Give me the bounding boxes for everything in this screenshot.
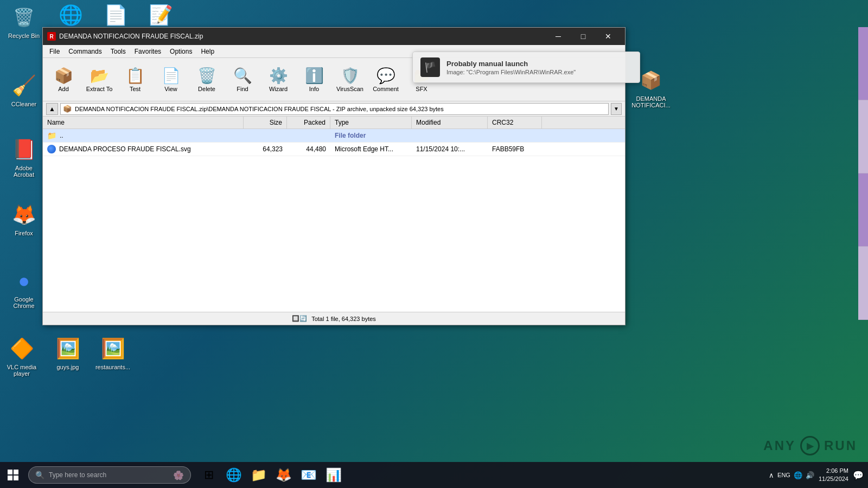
comment-label: Comment	[373, 86, 399, 92]
desktop-icon-ccleaner[interactable]: 🧹 CCleaner	[2, 70, 46, 110]
file-modified-cell	[412, 133, 488, 138]
desktop-icon-chrome[interactable]: ● Google Chrome	[2, 266, 46, 311]
status-bar: 🔲🔄 Total 1 file, 64,323 bytes	[43, 312, 625, 325]
notification-icon: 🏴	[420, 57, 440, 77]
col-name-header[interactable]: Name	[43, 117, 244, 129]
add-label: Add	[58, 86, 69, 92]
desktop-icon-recycle-bin[interactable]: 🗑️ Recycle Bin	[2, 2, 46, 41]
col-packed-header[interactable]: Packed	[287, 117, 330, 129]
menu-file[interactable]: File	[45, 47, 64, 56]
edge-icon: 🌐	[58, 2, 84, 28]
anyrun-play-icon: ▶	[800, 436, 820, 455]
guys-icon: 🖼️	[55, 336, 81, 362]
table-row[interactable]: DEMANDA PROCESO FRAUDE FISCAL.svg 64,323…	[43, 143, 625, 156]
file-crc32-cell	[488, 133, 542, 138]
taskbar-outlook[interactable]: 📧	[297, 464, 320, 486]
notification-center-icon[interactable]: 💬	[853, 470, 864, 480]
clock-time: 2:06 PM	[819, 467, 848, 475]
menu-options[interactable]: Options	[165, 47, 196, 56]
address-text: DEMANDA NOTIFICACION FRAUDE FISCAL.zip\D…	[75, 106, 444, 112]
file-list[interactable]: Name Size Packed Type Modified CRC32 📁 .…	[43, 117, 625, 312]
up-button[interactable]: ▲	[46, 103, 58, 115]
taskbar-search[interactable]: 🔍 Type here to search 🌸	[28, 466, 191, 484]
taskbar-app6[interactable]: 📊	[322, 464, 345, 486]
menu-commands[interactable]: Commands	[64, 47, 106, 56]
task-view-icon: ⊞	[204, 468, 214, 482]
demanda-icon: 📦	[638, 67, 664, 93]
address-dropdown[interactable]: ▼	[611, 103, 622, 115]
desktop: 🗑️ Recycle Bin 🌐 📄 📝 🧹 CCleaner 📕 Adobe …	[0, 0, 868, 488]
comment-icon: 💬	[376, 67, 395, 85]
extract-icon: 📂	[90, 67, 109, 85]
search-placeholder: Type here to search	[49, 471, 106, 479]
clock-date: 11/25/2024	[819, 475, 848, 483]
explorer-taskbar-icon: 📁	[251, 467, 267, 483]
start-button[interactable]	[0, 462, 26, 488]
file-packed-cell: 44,480	[287, 143, 330, 155]
chrome-icon: ●	[11, 268, 37, 294]
anyrun-run-text: RUN	[824, 438, 857, 453]
toolbar-add-button[interactable]: 📦 Add	[46, 61, 81, 99]
file-name-cell: 📁 ..	[43, 129, 244, 142]
ccleaner-icon: 🧹	[11, 73, 37, 99]
desktop-icon-guys[interactable]: 🖼️ guys.jpg	[46, 333, 90, 373]
taskbar-firefox[interactable]: 🦊	[272, 464, 295, 486]
status-text: Total 1 file, 64,323 bytes	[311, 316, 376, 322]
menu-tools[interactable]: Tools	[106, 47, 130, 56]
taskbar-clock[interactable]: 2:06 PM 11/25/2024	[819, 467, 848, 484]
toolbar-test-button[interactable]: 📋 Test	[118, 61, 152, 99]
address-input[interactable]: 📦 DEMANDA NOTIFICACION FRAUDE FISCAL.zip…	[60, 103, 609, 115]
toolbar-info-button[interactable]: ℹ️ Info	[297, 61, 331, 99]
taskbar-edge[interactable]: 🌐	[222, 464, 245, 486]
minimize-button[interactable]: ─	[546, 28, 571, 45]
desktop-icon-firefox[interactable]: 🦊 Firefox	[2, 200, 46, 239]
vlc-icon: 🔶	[9, 336, 35, 362]
col-modified-header[interactable]: Modified	[412, 117, 488, 129]
view-label: View	[164, 86, 177, 92]
taskbar: 🔍 Type here to search 🌸 ⊞ 🌐 📁 🦊 📧 📊	[0, 462, 868, 488]
chevron-up-icon[interactable]: ∧	[769, 471, 774, 479]
title-bar: R DEMANDA NOTIFICACION FRAUDE FISCAL.zip…	[43, 28, 625, 45]
table-row[interactable]: 📁 .. File folder	[43, 129, 625, 143]
desktop-icon-restaurants[interactable]: 🖼️ restaurants...	[91, 333, 135, 373]
taskbar-right: ∧ ENG 🌐 🔊 2:06 PM 11/25/2024 💬	[769, 467, 868, 484]
col-size-header[interactable]: Size	[244, 117, 287, 129]
toolbar-virusscan-button[interactable]: 🛡️ VirusScan	[333, 61, 367, 99]
taskbar-explorer[interactable]: 📁	[247, 464, 270, 486]
toolbar-wizard-button[interactable]: ⚙️ Wizard	[261, 61, 296, 99]
find-label: Find	[237, 86, 248, 92]
menu-help[interactable]: Help	[196, 47, 219, 56]
svg-rect-2	[8, 476, 12, 480]
toolbar-delete-button[interactable]: 🗑️ Delete	[189, 61, 224, 99]
notification-popup: 🏴 Probably manual launch Image: "C:\Prog…	[412, 52, 640, 83]
delete-label: Delete	[198, 86, 215, 92]
close-button[interactable]: ✕	[596, 28, 621, 45]
taskbar-task-view[interactable]: ⊞	[197, 464, 220, 486]
file-crc32-cell: FABB59FB	[488, 143, 542, 155]
toolbar-extract-button[interactable]: 📂 Extract To	[82, 61, 117, 99]
menu-favorites[interactable]: Favorites	[130, 47, 165, 56]
winrar-icon: R	[47, 32, 56, 41]
volume-icon[interactable]: 🔊	[806, 471, 814, 479]
maximize-button[interactable]: □	[571, 28, 596, 45]
word-icon: 📝	[148, 2, 174, 28]
file-list-header: Name Size Packed Type Modified CRC32	[43, 117, 625, 129]
taskbar-apps: ⊞ 🌐 📁 🦊 📧 📊	[197, 464, 345, 486]
file-name-cell: DEMANDA PROCESO FRAUDE FISCAL.svg	[43, 143, 244, 156]
col-type-header[interactable]: Type	[330, 117, 412, 129]
acrobat-icon: 📕	[11, 137, 37, 163]
anyrun-watermark: ANY ▶ RUN	[763, 436, 857, 455]
toolbar-find-button[interactable]: 🔍 Find	[225, 61, 260, 99]
network-icon[interactable]: 🌐	[794, 471, 802, 479]
file-type-cell: Microsoft Edge HT...	[330, 143, 412, 155]
svg-rect-1	[14, 470, 18, 474]
edge-taskbar-icon: 🌐	[226, 467, 242, 483]
recycle-bin-label: Recycle Bin	[8, 33, 40, 39]
desktop-icon-acrobat[interactable]: 📕 Adobe Acrobat	[2, 134, 46, 180]
toolbar-view-button[interactable]: 📄 View	[154, 61, 188, 99]
desktop-icon-vlc[interactable]: 🔶 VLC media player	[0, 333, 43, 379]
recycle-bin-icon: 🗑️	[11, 4, 37, 30]
col-crc32-header[interactable]: CRC32	[488, 117, 542, 129]
toolbar-comment-button[interactable]: 💬 Comment	[368, 61, 403, 99]
file-packed-cell	[287, 133, 330, 138]
